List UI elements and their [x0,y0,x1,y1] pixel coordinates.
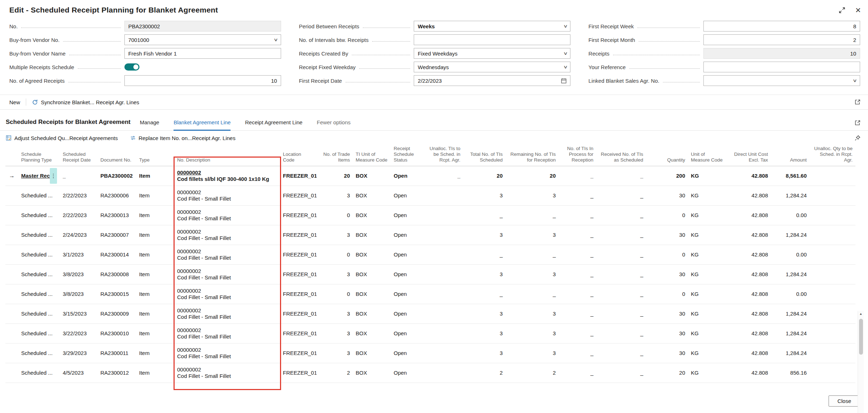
cell-receipt_date[interactable]: 4/5/2023 [60,363,98,383]
cell-unit_cost[interactable]: 42.808 [727,264,771,284]
cell-planning_type[interactable]: Scheduled ... [18,343,60,363]
cell-trade_items[interactable]: 20 [317,166,353,186]
scroll-up-icon[interactable]: ▲ [859,311,863,317]
cell-uom[interactable]: KG [688,205,727,225]
cell-unalloc_tis[interactable] [425,245,463,264]
cell-remaining_tis[interactable]: 3 [506,225,559,245]
first-receipt-week-input[interactable] [703,21,860,32]
cell-document_no[interactable]: RA2300011 [98,343,136,363]
cell-in_process_tis[interactable]: _ [559,304,596,323]
cell-amount[interactable]: 1,284.24 [771,343,810,363]
cell-in_process_tis[interactable]: _ [559,166,596,186]
cell-planning_type[interactable]: Scheduled ... [18,363,60,383]
cell-ti_uom[interactable]: BOX [353,343,391,363]
cell-amount[interactable]: 0.00 [771,205,810,225]
tab-receipt-agreement-line[interactable]: Receipt Agreement Line [245,119,302,131]
first-receipt-month-input[interactable] [703,34,860,45]
cell-quantity[interactable]: 0 [646,245,688,264]
cell-document_no[interactable]: RA2300015 [98,284,136,304]
row-selector-cell[interactable] [5,363,18,383]
cell-quantity[interactable]: 30 [646,225,688,245]
cell-unalloc_tis[interactable] [425,323,463,343]
column-header-total_tis[interactable]: Total No. of TIs Scheduled [463,145,506,166]
tab-fewer-options[interactable]: Fewer options [317,119,351,131]
synchronize-blanket-action[interactable]: Synchronize Blanket... Receipt Agr. Line… [32,99,139,105]
cell-status[interactable]: Open [391,363,425,383]
receipts-created-by-select[interactable]: Fixed Weekdays ∨ [414,48,570,59]
cell-location_code[interactable]: FREEZER_01 [280,186,317,205]
cell-received_tis[interactable]: _ [596,343,646,363]
cell-trade_items[interactable]: 3 [317,264,353,284]
cell-in_process_tis[interactable]: _ [559,186,596,205]
row-selector-cell[interactable] [5,245,18,264]
cell-item[interactable]: 00000002Cod Fillet - Small Fillet [174,323,280,343]
cell-unit_cost[interactable]: 42.808 [727,304,771,323]
column-header-status[interactable]: Receipt Schedule Status [391,145,425,166]
cell-receipt_date[interactable]: 3/29/2023 [60,343,98,363]
cell-unalloc_qty[interactable] [810,186,855,205]
cell-in_process_tis[interactable]: _ [559,343,596,363]
cell-unalloc_qty[interactable] [810,284,855,304]
cell-in_process_tis[interactable]: _ [559,363,596,383]
cell-type[interactable]: Item [136,264,174,284]
cell-planning_type[interactable]: Scheduled ... [18,264,60,284]
cell-type[interactable]: Item [136,343,174,363]
cell-received_tis[interactable]: _ [596,186,646,205]
cell-in_process_tis[interactable]: _ [559,225,596,245]
row-selector-cell[interactable] [5,304,18,323]
table-row[interactable]: Scheduled ...3/22/2023RA2300010Item00000… [5,323,855,343]
column-header-received_tis[interactable]: Received No. of TIs as Scheduled [596,145,646,166]
cell-planning_type[interactable]: Scheduled ... [18,323,60,343]
scrollbar-thumb[interactable] [859,319,863,355]
column-header-unalloc_qty[interactable]: Unalloc. Qty to be Sched. in Rcpt. Agr. [810,145,855,166]
column-header-type[interactable]: Type [136,145,174,166]
cell-unalloc_tis[interactable] [425,284,463,304]
cell-received_tis[interactable]: _ [596,225,646,245]
table-row[interactable]: Scheduled ...2/22/2023RA2300013Item00000… [5,205,855,225]
cell-unalloc_tis[interactable] [425,225,463,245]
cell-remaining_tis[interactable]: _ [506,205,559,225]
cell-unalloc_tis[interactable] [425,343,463,363]
cell-amount[interactable]: 0.00 [771,245,810,264]
cell-amount[interactable]: 8,561.60 [771,166,810,186]
cell-unit_cost[interactable]: 42.808 [727,186,771,205]
cell-received_tis[interactable]: _ [596,304,646,323]
cell-unalloc_qty[interactable] [810,343,855,363]
your-reference-input[interactable] [703,62,860,72]
cell-quantity[interactable]: 30 [646,264,688,284]
cell-unit_cost[interactable]: 42.808 [727,166,771,186]
cell-receipt_date[interactable]: 3/8/2023 [60,284,98,304]
new-button[interactable]: New [9,99,20,105]
cell-amount[interactable]: 1,284.24 [771,264,810,284]
cell-unalloc_tis[interactable] [425,205,463,225]
cell-quantity[interactable]: 30 [646,323,688,343]
column-header-location_code[interactable]: Location Code [280,145,317,166]
cell-quantity[interactable]: 30 [646,186,688,205]
cell-unit_cost[interactable]: 42.808 [727,363,771,383]
cell-ti_uom[interactable]: BOX [353,225,391,245]
cell-planning_type[interactable]: Scheduled ... [18,284,60,304]
cell-item[interactable]: 00000002Cod fillets sl/bl IQF 300-400 1x… [174,166,280,186]
cell-receipt_date[interactable]: 3/15/2023 [60,304,98,323]
cell-type[interactable]: Item [136,186,174,205]
cell-amount[interactable]: 0.00 [771,284,810,304]
cell-item[interactable]: 00000002Cod Fillet - Small Fillet [174,245,280,264]
cell-receipt_date[interactable]: 3/22/2023 [60,323,98,343]
share-icon[interactable] [854,120,861,130]
period-between-receipts-select[interactable]: Weeks ∨ [414,21,570,32]
no-of-agreed-receipts-input[interactable] [124,75,281,86]
tab-manage[interactable]: Manage [140,119,159,131]
cell-type[interactable]: Item [136,304,174,323]
column-header-amount[interactable]: Amount [771,145,810,166]
cell-status[interactable]: Open [391,284,425,304]
row-context-menu-button[interactable]: ⋮ [50,168,57,184]
cell-ti_uom[interactable]: BOX [353,245,391,264]
item-no-link[interactable]: 00000002 [177,169,277,176]
column-header-remaining_tis[interactable]: Remaining No. of TIs for Reception [506,145,559,166]
cell-total_tis[interactable]: _ [463,245,506,264]
cell-receipt_date[interactable]: _ [60,166,98,186]
cell-receipt_date[interactable]: 2/22/2023 [60,205,98,225]
column-header-trade_items[interactable]: No. of Trade Items [317,145,353,166]
row-selector-cell[interactable] [5,225,18,245]
cell-trade_items[interactable]: 3 [317,225,353,245]
